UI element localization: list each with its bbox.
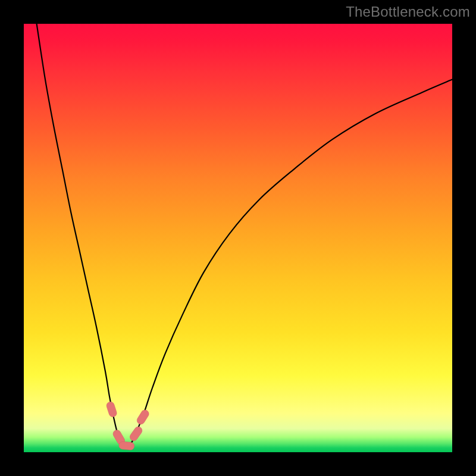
watermark-text: TheBottleneck.com (346, 4, 470, 20)
chart-frame: TheBottleneck.com (0, 0, 476, 476)
marker-capsule (136, 409, 151, 426)
svg-rect-0 (105, 401, 117, 418)
svg-rect-4 (136, 409, 151, 426)
marker-capsule (129, 425, 144, 443)
curve-layer (24, 24, 452, 452)
svg-rect-2 (118, 441, 134, 450)
bottleneck-curve (37, 24, 452, 448)
svg-rect-3 (129, 425, 144, 443)
plot-area (24, 24, 452, 452)
marker-capsule (105, 401, 117, 418)
marker-capsule (118, 441, 134, 450)
curve-markers (105, 401, 150, 450)
